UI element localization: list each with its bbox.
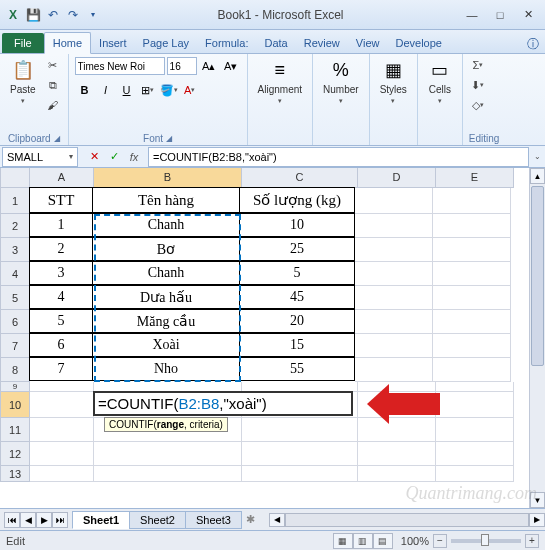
underline-button[interactable]: U bbox=[117, 80, 137, 100]
zoom-out-button[interactable]: − bbox=[433, 534, 447, 548]
italic-button[interactable]: I bbox=[96, 80, 116, 100]
scroll-left-button[interactable]: ◀ bbox=[269, 513, 285, 527]
cell[interactable] bbox=[358, 466, 436, 482]
cell[interactable] bbox=[94, 466, 242, 482]
fill-color-button[interactable]: 🪣▾ bbox=[159, 80, 179, 100]
help-icon[interactable]: ⓘ bbox=[527, 36, 539, 53]
cell[interactable] bbox=[242, 442, 358, 466]
cell[interactable]: Chanh bbox=[92, 213, 240, 237]
tab-page-layout[interactable]: Page Lay bbox=[135, 33, 197, 53]
cell[interactable]: 5 bbox=[239, 261, 355, 285]
row-header[interactable]: 3 bbox=[0, 238, 30, 262]
formula-cancel-button[interactable]: ✕ bbox=[84, 148, 104, 166]
tab-formulas[interactable]: Formula: bbox=[197, 33, 256, 53]
cell[interactable]: Tên hàng bbox=[92, 187, 240, 213]
tab-file[interactable]: File bbox=[2, 33, 44, 53]
col-header-d[interactable]: D bbox=[358, 168, 436, 188]
col-header-e[interactable]: E bbox=[436, 168, 514, 188]
vertical-scrollbar[interactable]: ▲ ▼ bbox=[529, 168, 545, 508]
save-icon[interactable]: 💾 bbox=[24, 6, 42, 24]
cell[interactable] bbox=[355, 286, 433, 310]
cell[interactable]: 55 bbox=[239, 357, 355, 381]
decrease-font-button[interactable]: A▾ bbox=[221, 56, 241, 76]
row-header[interactable]: 1 bbox=[0, 188, 30, 214]
font-launcher[interactable]: ◢ bbox=[166, 134, 172, 143]
row-header[interactable]: 6 bbox=[0, 310, 30, 334]
formula-input[interactable]: =COUNTIF(B2:B8,"xoài") bbox=[148, 147, 529, 167]
cell[interactable]: 6 bbox=[29, 333, 93, 357]
row-header[interactable]: 2 bbox=[0, 214, 30, 238]
cell[interactable]: Chanh bbox=[92, 261, 240, 285]
border-button[interactable]: ⊞▾ bbox=[138, 80, 158, 100]
cell[interactable]: Nho bbox=[92, 357, 240, 381]
copy-button[interactable]: ⧉ bbox=[44, 76, 62, 94]
cell[interactable] bbox=[355, 358, 433, 382]
cell[interactable] bbox=[30, 382, 94, 392]
zoom-level[interactable]: 100% bbox=[401, 535, 429, 547]
tab-insert[interactable]: Insert bbox=[91, 33, 135, 53]
cell[interactable] bbox=[436, 392, 514, 418]
cell[interactable] bbox=[436, 382, 514, 392]
normal-view-button[interactable]: ▦ bbox=[333, 533, 353, 549]
font-name-select[interactable] bbox=[75, 57, 165, 75]
cell[interactable] bbox=[30, 392, 94, 418]
tab-review[interactable]: Review bbox=[296, 33, 348, 53]
redo-icon[interactable]: ↷ bbox=[64, 6, 82, 24]
cell[interactable]: 5 bbox=[29, 309, 93, 333]
cell[interactable]: 7 bbox=[29, 357, 93, 381]
cell[interactable]: Xoài bbox=[92, 333, 240, 357]
cell[interactable] bbox=[355, 334, 433, 358]
scroll-thumb[interactable] bbox=[531, 186, 544, 366]
cell[interactable]: 2 bbox=[29, 237, 93, 261]
new-sheet-button[interactable]: ✱ bbox=[241, 513, 261, 526]
cell[interactable]: Số lượng (kg) bbox=[239, 187, 355, 213]
cell[interactable] bbox=[433, 358, 511, 382]
sheet-last-button[interactable]: ⏭ bbox=[52, 512, 68, 528]
alignment-button[interactable]: ≡ Alignment ▾ bbox=[254, 56, 306, 107]
maximize-button[interactable]: □ bbox=[487, 5, 513, 25]
cell[interactable]: 20 bbox=[239, 309, 355, 333]
clear-button[interactable]: ◇▾ bbox=[469, 96, 487, 114]
active-cell-editor[interactable]: =COUNTIF(B2:B8,"xoài") bbox=[93, 391, 353, 416]
sheet-next-button[interactable]: ▶ bbox=[36, 512, 52, 528]
scroll-up-button[interactable]: ▲ bbox=[530, 168, 545, 184]
expand-formula-bar-button[interactable]: ⌄ bbox=[529, 152, 545, 161]
cell[interactable] bbox=[242, 418, 358, 442]
cell[interactable] bbox=[433, 214, 511, 238]
row-header[interactable]: 5 bbox=[0, 286, 30, 310]
zoom-slider[interactable] bbox=[451, 539, 521, 543]
cell[interactable] bbox=[436, 418, 514, 442]
row-header[interactable]: 7 bbox=[0, 334, 30, 358]
cell[interactable] bbox=[433, 188, 511, 214]
format-painter-button[interactable]: 🖌 bbox=[44, 96, 62, 114]
excel-icon[interactable]: X bbox=[4, 6, 22, 24]
minimize-button[interactable]: — bbox=[459, 5, 485, 25]
cell[interactable]: 1 bbox=[29, 213, 93, 237]
cell[interactable] bbox=[30, 466, 94, 482]
cell[interactable] bbox=[433, 286, 511, 310]
cell[interactable]: 3 bbox=[29, 261, 93, 285]
scroll-down-button[interactable]: ▼ bbox=[530, 492, 545, 508]
tab-view[interactable]: View bbox=[348, 33, 388, 53]
formula-enter-button[interactable]: ✓ bbox=[104, 148, 124, 166]
clipboard-launcher[interactable]: ◢ bbox=[54, 134, 60, 143]
tab-developer[interactable]: Develope bbox=[387, 33, 449, 53]
row-header[interactable]: 13 bbox=[0, 466, 30, 482]
cell[interactable] bbox=[355, 214, 433, 238]
tab-data[interactable]: Data bbox=[256, 33, 295, 53]
scroll-right-button[interactable]: ▶ bbox=[529, 513, 545, 527]
cut-button[interactable]: ✂ bbox=[44, 56, 62, 74]
row-header[interactable]: 11 bbox=[0, 418, 30, 442]
cell[interactable] bbox=[436, 466, 514, 482]
cell[interactable] bbox=[30, 442, 94, 466]
cell[interactable] bbox=[94, 442, 242, 466]
row-header[interactable]: 10 bbox=[0, 392, 30, 418]
increase-font-button[interactable]: A▴ bbox=[199, 56, 219, 76]
select-all-corner[interactable] bbox=[0, 168, 30, 188]
cell[interactable] bbox=[355, 238, 433, 262]
cell[interactable]: 45 bbox=[239, 285, 355, 309]
page-break-view-button[interactable]: ▤ bbox=[373, 533, 393, 549]
cell[interactable]: Bơ bbox=[92, 237, 240, 261]
row-header[interactable]: 12 bbox=[0, 442, 30, 466]
scroll-track[interactable] bbox=[285, 513, 529, 527]
